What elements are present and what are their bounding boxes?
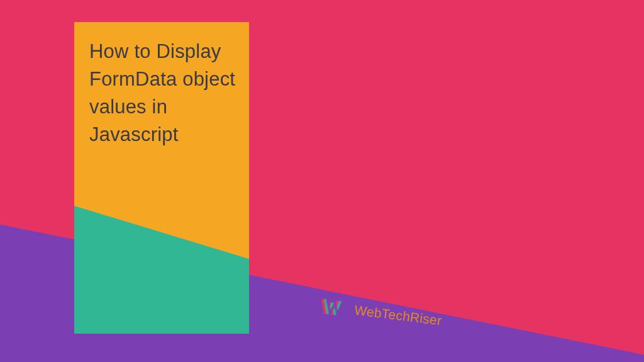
webtechriser-logo-icon <box>319 297 347 318</box>
graphic-canvas: How to Display FormData object values in… <box>0 0 644 362</box>
page-title: How to Display FormData object values in… <box>89 38 240 149</box>
